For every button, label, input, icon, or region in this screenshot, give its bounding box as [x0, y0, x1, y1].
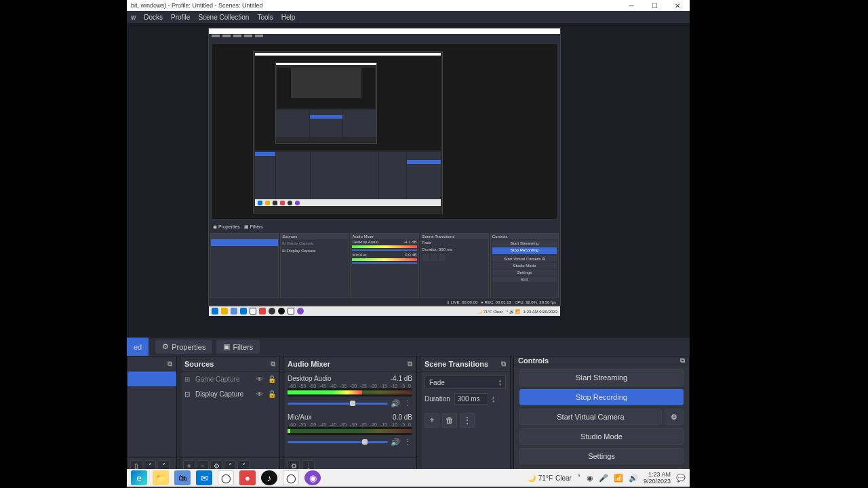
duration-label: Duration — [425, 395, 450, 403]
transition-menu-button[interactable]: ⋮ — [460, 413, 475, 428]
mixer-item-mic-aux: Mic/Aux0.0 dB -60-55-50-45-40-35-30-25-2… — [283, 410, 416, 449]
volume-slider[interactable] — [288, 403, 388, 405]
popout-icon[interactable]: ⧉ — [167, 360, 172, 368]
titlebar: bit, windows) - Profile: Untitled - Scen… — [127, 0, 690, 11]
source-icon: ⊞ — [183, 375, 191, 383]
controls-panel: Controls⧉ Start Streaming Stop Recording… — [513, 356, 690, 474]
studio-mode-button[interactable]: Studio Mode — [519, 428, 684, 445]
start-virtual-camera-button[interactable]: Start Virtual Camera — [519, 409, 662, 425]
visibility-icon[interactable]: 👁 — [255, 375, 264, 383]
menu-help[interactable]: Help — [281, 14, 296, 21]
start-streaming-button[interactable]: Start Streaming — [519, 369, 684, 386]
maximize-button[interactable]: ☐ — [646, 2, 663, 9]
taskbar-mail-icon[interactable]: ✉ — [196, 470, 212, 485]
speaker-icon[interactable]: 🔊 — [391, 438, 400, 447]
sources-title: Sources — [184, 360, 214, 368]
source-label: Display Capture — [195, 390, 243, 398]
transition-remove-button[interactable]: 🗑 — [442, 413, 457, 428]
popout-icon[interactable]: ⧉ — [408, 360, 412, 368]
menu-view[interactable]: w — [131, 14, 136, 21]
popout-icon[interactable]: ⧉ — [271, 360, 275, 368]
tray-wifi-icon[interactable]: 📶 — [614, 474, 623, 483]
transition-add-button[interactable]: + — [425, 413, 439, 428]
popout-icon[interactable]: ⧉ — [680, 357, 685, 365]
taskbar-clock[interactable]: 1:23 AM 9/20/2023 — [644, 471, 671, 485]
more-icon[interactable]: ⋮ — [403, 438, 412, 447]
docks-row: ⧉ ▯ ˄ ˅ Sources⧉ ⊞ Game Capture 👁🔓 ⊡ — [127, 356, 690, 474]
speaker-icon[interactable]: 🔊 — [391, 399, 400, 408]
audio-mixer-panel: Audio Mixer⧉ Desktop Audio-4.1 dB -60-55… — [283, 356, 417, 474]
virtual-camera-settings-button[interactable]: ⚙ — [665, 409, 684, 425]
menu-profile[interactable]: Profile — [171, 14, 190, 21]
menu-docks[interactable]: Docks — [144, 14, 163, 21]
settings-button[interactable]: Settings — [519, 448, 684, 464]
minimize-button[interactable]: ─ — [623, 2, 639, 9]
controls-title: Controls — [518, 357, 549, 365]
taskbar-app-icon[interactable]: ● — [239, 470, 256, 485]
menu-tools[interactable]: Tools — [257, 14, 273, 21]
taskbar-tiktok-icon[interactable]: ♪ — [261, 470, 277, 485]
scenes-panel: ⧉ ▯ ˄ ˅ — [127, 356, 177, 474]
tray-chevron-icon[interactable]: ˄ — [577, 474, 581, 483]
tray-notifications-icon[interactable]: 💬 — [676, 474, 686, 483]
duration-spinner[interactable]: ▴▾ — [492, 395, 494, 403]
scene-tab[interactable]: ed — [127, 338, 149, 356]
lock-icon[interactable]: 🔓 — [267, 375, 277, 383]
scene-transitions-panel: Scene Transitions⧉ Fade▴▾ Duration ▴▾ + … — [420, 356, 511, 474]
filters-button[interactable]: ▣Filters — [216, 340, 260, 354]
filter-icon: ▣ — [223, 342, 230, 351]
transition-select[interactable]: Fade▴▾ — [425, 375, 506, 389]
source-item-game-capture[interactable]: ⊞ Game Capture 👁🔓 — [180, 371, 279, 386]
stop-recording-button[interactable]: Stop Recording — [519, 389, 684, 405]
taskbar-app-icon[interactable]: ◯ — [283, 470, 299, 485]
menubar: w Docks Profile Scene Collection Tools H… — [127, 11, 690, 23]
menu-scene-collection[interactable]: Scene Collection — [198, 14, 249, 21]
obs-window: bit, windows) - Profile: Untitled - Scen… — [127, 0, 690, 488]
properties-button[interactable]: ⚙Properties — [155, 340, 212, 354]
gear-icon: ⚙ — [162, 342, 169, 351]
preview-area[interactable]: ◉ Properties ▣ Filters Sources ⊞ Game Ca… — [127, 23, 690, 337]
sources-panel: Sources⧉ ⊞ Game Capture 👁🔓 ⊡ Display Cap… — [180, 356, 280, 474]
moon-icon: 🌙 — [528, 474, 536, 482]
taskbar-obs-icon[interactable]: ◉ — [304, 470, 321, 485]
scene-item[interactable] — [127, 371, 176, 386]
tray-volume-icon[interactable]: 🔊 — [629, 474, 638, 483]
tray-mic-icon[interactable]: 🎤 — [599, 474, 608, 483]
taskbar-weather[interactable]: 🌙 71°F Clear — [528, 474, 572, 482]
taskbar-explorer-icon[interactable]: 📁 — [153, 470, 169, 485]
taskbar-edge-icon[interactable]: e — [131, 470, 147, 485]
mixer-item-desktop-audio: Desktop Audio-4.1 dB -60-55-50-45-40-35-… — [283, 371, 416, 410]
scene-toolbar-row: ed ⚙Properties ▣Filters — [127, 337, 690, 356]
popout-icon[interactable]: ⧉ — [501, 360, 506, 368]
taskbar-app-icon[interactable]: ◯ — [218, 470, 234, 485]
lock-icon[interactable]: 🔓 — [267, 390, 277, 398]
duration-input[interactable] — [454, 393, 488, 405]
window-title: bit, windows) - Profile: Untitled - Scen… — [131, 2, 623, 9]
more-icon[interactable]: ⋮ — [403, 399, 412, 408]
preview-content: ◉ Properties ▣ Filters Sources ⊞ Game Ca… — [208, 28, 561, 306]
taskbar-store-icon[interactable]: 🛍 — [174, 470, 191, 485]
source-item-display-capture[interactable]: ⊡ Display Capture 👁🔓 — [180, 386, 279, 401]
windows-taskbar: e 📁 🛍 ✉ ◯ ● ♪ ◯ ◉ 🌙 71°F Clear ˄ ◉ 🎤 📶 🔊… — [127, 469, 690, 487]
transitions-title: Scene Transitions — [425, 360, 488, 368]
tray-obs-icon[interactable]: ◉ — [587, 474, 593, 483]
source-label: Game Capture — [195, 375, 240, 383]
mixer-title: Audio Mixer — [288, 360, 330, 368]
volume-slider[interactable] — [288, 441, 388, 443]
source-icon: ⊡ — [183, 390, 191, 398]
close-button[interactable]: ✕ — [669, 2, 686, 9]
visibility-icon[interactable]: 👁 — [255, 390, 264, 398]
